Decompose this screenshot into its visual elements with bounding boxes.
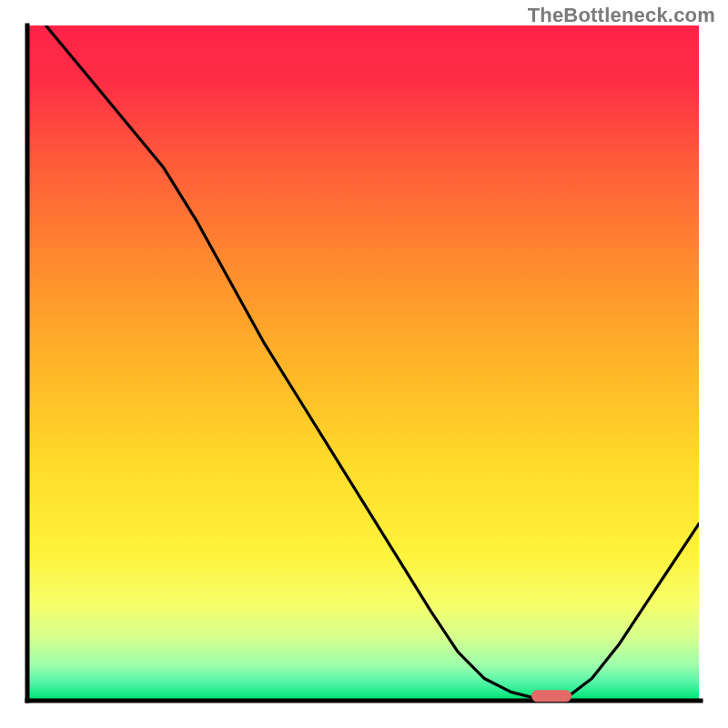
bottleneck-chart xyxy=(0,0,728,728)
watermark-text: TheBottleneck.com xyxy=(528,4,715,27)
chart-container: TheBottleneck.com xyxy=(0,0,728,728)
optimum-marker xyxy=(531,690,571,702)
